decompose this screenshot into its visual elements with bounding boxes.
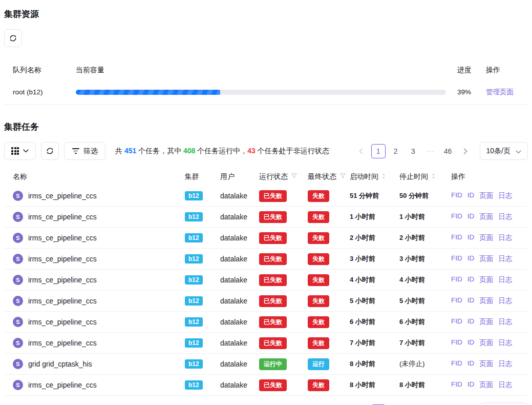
log-link[interactable]: 日志: [498, 317, 512, 327]
table-row: S irms_ce_pipeline_ccs b12 datalake 已失败 …: [4, 312, 528, 333]
page-size-select[interactable]: 10条/页: [480, 402, 528, 405]
page-link[interactable]: 页面: [479, 254, 493, 264]
resources-refresh-button[interactable]: [4, 29, 22, 47]
capacity-progress-fill: [76, 90, 220, 95]
id-link[interactable]: ID: [467, 380, 475, 390]
prev-page-button[interactable]: [354, 144, 368, 158]
start-time: 5 小时前: [350, 296, 399, 306]
fid-link[interactable]: FID: [451, 254, 462, 264]
table-row: S irms_ce_pipeline_ccs b12 datalake 已失败 …: [4, 186, 528, 207]
log-link[interactable]: 日志: [498, 275, 512, 285]
avatar: S: [13, 233, 23, 243]
avatar: S: [13, 359, 23, 369]
column-settings-button[interactable]: [4, 142, 36, 160]
final-status-badge: 运行: [308, 358, 329, 370]
id-link[interactable]: ID: [467, 212, 475, 221]
log-link[interactable]: 日志: [498, 359, 512, 369]
page-link[interactable]: 页面: [479, 212, 493, 221]
table-row: S irms_ce_pipeline_ccs b12 datalake 已失败 …: [4, 291, 528, 312]
log-link[interactable]: 日志: [498, 233, 512, 242]
start-time: 3 小时前: [350, 254, 399, 264]
final-status-badge: 失败: [308, 316, 329, 328]
log-link[interactable]: 日志: [498, 296, 512, 306]
tasks-refresh-button[interactable]: [41, 142, 59, 160]
funnel-filter-icon[interactable]: [339, 173, 346, 181]
run-status-badge: 已失败: [259, 232, 287, 244]
page-link[interactable]: 页面: [479, 317, 493, 327]
id-link[interactable]: ID: [467, 317, 475, 327]
page-link[interactable]: 页面: [479, 338, 493, 348]
task-table-body: S irms_ce_pipeline_ccs b12 datalake 已失败 …: [4, 186, 528, 396]
id-link[interactable]: ID: [467, 233, 475, 242]
run-status-badge: 已失败: [259, 316, 287, 328]
summary-nonrunning-count: 43: [247, 147, 256, 155]
final-status-badge: 失败: [308, 190, 329, 202]
log-link[interactable]: 日志: [498, 380, 512, 390]
page-link[interactable]: 页面: [479, 359, 493, 369]
fid-link[interactable]: FID: [451, 191, 462, 200]
page-link[interactable]: 页面: [479, 191, 493, 200]
task-name: irms_ce_pipeline_ccs: [28, 213, 97, 221]
log-link[interactable]: 日志: [498, 212, 512, 221]
col-queue-name: 队列名称: [4, 66, 76, 75]
stop-time: 7 小时前: [399, 338, 451, 348]
fid-link[interactable]: FID: [451, 338, 462, 348]
log-link[interactable]: 日志: [498, 338, 512, 348]
fid-link[interactable]: FID: [451, 233, 462, 242]
col-start-time: 启动时间: [350, 172, 399, 181]
id-link[interactable]: ID: [467, 296, 475, 306]
run-status-badge: 已失败: [259, 211, 287, 223]
page-button-3[interactable]: 3: [406, 144, 420, 158]
final-status-badge: 失败: [308, 379, 329, 391]
table-row: S irms_ce_pipeline_ccs b12 datalake 已失败 …: [4, 207, 528, 228]
fid-link[interactable]: FID: [451, 380, 462, 390]
id-link[interactable]: ID: [467, 254, 475, 264]
log-link[interactable]: 日志: [498, 254, 512, 264]
page-link[interactable]: 页面: [479, 380, 493, 390]
final-status-badge: 失败: [308, 253, 329, 265]
cluster-badge: b12: [185, 275, 203, 285]
col-user: 用户: [220, 172, 259, 181]
table-row: S irms_ce_pipeline_ccs b12 datalake 已失败 …: [4, 228, 528, 249]
page-link[interactable]: 页面: [479, 296, 493, 306]
manage-page-link[interactable]: 管理页面: [486, 88, 514, 96]
page-button-46[interactable]: 46: [441, 144, 455, 158]
task-table-header: 名称 集群 用户 运行状态 最终状态 启动时间: [4, 168, 528, 186]
funnel-filter-icon[interactable]: [291, 173, 297, 181]
page-size-select[interactable]: 10条/页: [480, 142, 528, 160]
page-link[interactable]: 页面: [479, 275, 493, 285]
sort-icon[interactable]: [431, 172, 436, 181]
user-cell: datalake: [220, 339, 259, 347]
filter-button[interactable]: 筛选: [64, 142, 105, 160]
fid-link[interactable]: FID: [451, 296, 462, 306]
id-link[interactable]: ID: [467, 275, 475, 285]
page-link[interactable]: 页面: [479, 233, 493, 242]
fid-link[interactable]: FID: [451, 359, 462, 369]
table-row: S grid grid_cptask_his b12 datalake 运行中 …: [4, 354, 528, 375]
id-link[interactable]: ID: [467, 338, 475, 348]
page-size-value: 10条/页: [486, 147, 510, 156]
fid-link[interactable]: FID: [451, 212, 462, 221]
page-button-2[interactable]: 2: [389, 144, 403, 158]
id-link[interactable]: ID: [467, 359, 475, 369]
start-time: 51 分钟前: [350, 191, 399, 200]
log-link[interactable]: 日志: [498, 191, 512, 200]
page-ellipsis[interactable]: ···: [423, 144, 438, 158]
fid-link[interactable]: FID: [451, 317, 462, 327]
user-cell: datalake: [220, 234, 259, 242]
cluster-badge: b12: [185, 254, 203, 264]
sort-icon[interactable]: [381, 172, 386, 181]
row-actions: FID ID 页面 日志: [451, 296, 528, 306]
task-name: irms_ce_pipeline_ccs: [28, 255, 97, 263]
filter-button-label: 筛选: [83, 147, 98, 156]
row-actions: FID ID 页面 日志: [451, 338, 528, 348]
fid-link[interactable]: FID: [451, 275, 462, 285]
progress-percent: 39%: [446, 88, 482, 96]
page-button-1[interactable]: 1: [371, 144, 386, 158]
col-ops: 操作: [451, 172, 528, 181]
id-link[interactable]: ID: [467, 191, 475, 200]
col-resource-actions: 操作: [482, 66, 528, 75]
user-cell: datalake: [220, 255, 259, 263]
avatar: S: [13, 275, 23, 285]
next-page-button[interactable]: [458, 144, 473, 158]
